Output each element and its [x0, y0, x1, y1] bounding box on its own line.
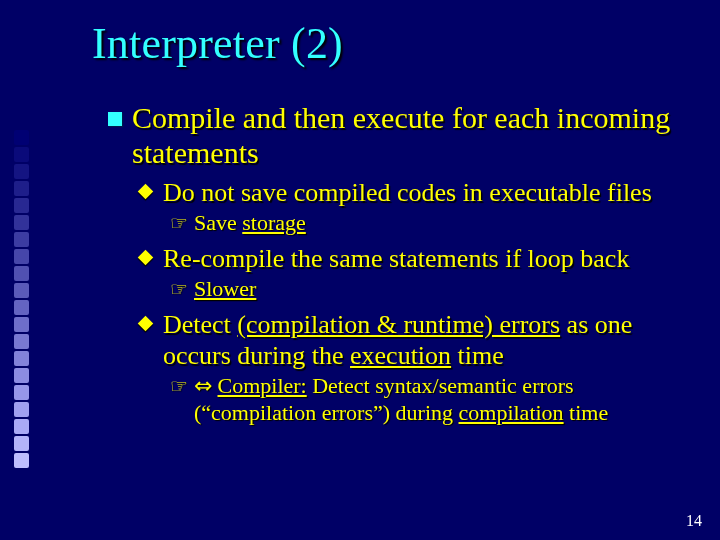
deco-square [14, 130, 29, 145]
bullet-level3: ☞ Slower [170, 276, 678, 303]
bullet-text: ⇔ Compiler: Detect syntax/semantic error… [194, 373, 678, 427]
deco-square [14, 453, 29, 468]
deco-square [14, 198, 29, 213]
diamond-bullet-icon [138, 316, 154, 332]
deco-square [14, 334, 29, 349]
deco-square [14, 181, 29, 196]
deco-square [14, 368, 29, 383]
diamond-bullet-icon [138, 184, 154, 200]
deco-square [14, 419, 29, 434]
deco-square [14, 215, 29, 230]
bullet-level2: Do not save compiled codes in executable… [140, 177, 678, 208]
bullet-text: Re-compile the same statements if loop b… [163, 243, 629, 274]
pointer-bullet-icon: ☞ [170, 374, 188, 398]
pointer-bullet-icon: ☞ [170, 211, 188, 235]
bullet-level3: ☞ Save storage [170, 210, 678, 237]
deco-square [14, 351, 29, 366]
bullet-text: Slower [194, 276, 256, 303]
deco-square [14, 283, 29, 298]
bullet-level2: Detect (compilation & runtime) errors as… [140, 309, 678, 371]
bullet-level2: Re-compile the same statements if loop b… [140, 243, 678, 274]
deco-square [14, 147, 29, 162]
deco-square [14, 232, 29, 247]
decorative-squares [14, 130, 32, 500]
deco-square [14, 249, 29, 264]
bullet-text: Do not save compiled codes in executable… [163, 177, 652, 208]
deco-square [14, 436, 29, 451]
bullet-text: Detect (compilation & runtime) errors as… [163, 309, 678, 371]
pointer-bullet-icon: ☞ [170, 277, 188, 301]
deco-square [14, 266, 29, 281]
bullet-level1: Compile and then execute for each incomi… [108, 100, 678, 171]
page-number: 14 [686, 512, 702, 530]
deco-square [14, 300, 29, 315]
slide-title: Interpreter (2) [92, 18, 343, 69]
deco-square [14, 164, 29, 179]
deco-square [14, 402, 29, 417]
bullet-level3: ☞ ⇔ Compiler: Detect syntax/semantic err… [170, 373, 678, 427]
deco-square [14, 317, 29, 332]
deco-square [14, 385, 29, 400]
diamond-bullet-icon [138, 250, 154, 266]
bullet-text: Compile and then execute for each incomi… [132, 100, 678, 171]
slide: Interpreter (2) Compile and then execute… [0, 0, 720, 540]
bullet-text: Save storage [194, 210, 306, 237]
slide-content: Compile and then execute for each incomi… [108, 100, 678, 433]
square-bullet-icon [108, 112, 122, 126]
